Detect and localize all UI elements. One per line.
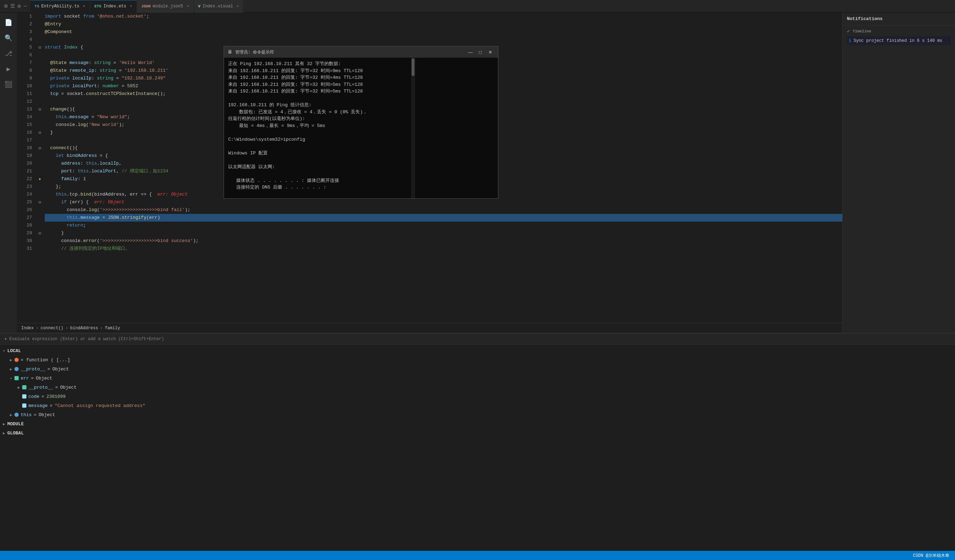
breadcrumb-index[interactable]: Index bbox=[21, 326, 34, 331]
err-key: err bbox=[21, 376, 29, 381]
debug-row-err[interactable]: ▾ err = Object bbox=[0, 374, 955, 383]
tab-bar-icons: ⊞ ☰ ⚙ — bbox=[2, 3, 30, 9]
gutter-18[interactable]: ⊟ bbox=[36, 144, 43, 152]
breadcrumb-connect[interactable]: connect() bbox=[41, 326, 63, 331]
err-proto-val: Object bbox=[60, 385, 77, 390]
debug-row-proto1[interactable]: ▶ __proto__ = Object bbox=[0, 364, 955, 374]
this-expand[interactable]: ▶ bbox=[10, 413, 13, 417]
notifications-title: Notifications bbox=[847, 16, 883, 22]
tab-icon-ts: TS bbox=[34, 4, 39, 8]
tab-module-label: module.json5 bbox=[153, 4, 183, 9]
tab-entry[interactable]: TS EntryAbility.ts × bbox=[30, 0, 89, 12]
cmd-line-4: 来自 192.168.10.211 的回复: 字节=32 时间=5ms TTL=… bbox=[228, 81, 407, 88]
code-line-1: import socket from '@ohos.net.socket'; bbox=[45, 12, 842, 20]
global-expand-arrow[interactable]: ▶ bbox=[3, 431, 5, 435]
tab-visual-close[interactable]: × bbox=[236, 4, 239, 8]
tab-module-close[interactable]: × bbox=[186, 4, 189, 8]
sidebar-extensions-icon[interactable]: ⬛ bbox=[2, 77, 16, 92]
tab-entry-close[interactable]: × bbox=[83, 4, 85, 8]
tab-visual[interactable]: V Index.visual × bbox=[194, 0, 243, 12]
sidebar-files-icon[interactable]: 📄 bbox=[2, 16, 16, 30]
err-code-val: 2301099 bbox=[47, 394, 66, 399]
debug-row-err-code[interactable]: ▶ code = 2301099 bbox=[0, 392, 955, 401]
cmd-line-18: 媒体状态 . . . . . . . . : 媒体已断开连接 bbox=[228, 177, 407, 184]
debug-row-err-message[interactable]: ▶ message = "Cannot assign requested add… bbox=[0, 401, 955, 410]
breadcrumb: Index › connect() › bindAddress › family bbox=[17, 323, 842, 333]
local-expand-arrow[interactable]: ▾ bbox=[3, 349, 5, 353]
gutter-10 bbox=[36, 82, 43, 90]
debug-section-global[interactable]: ▶ GLOBAL bbox=[0, 429, 955, 438]
debug-row-err-proto[interactable]: ▶ __proto__ = Object bbox=[0, 383, 955, 392]
breadcrumb-bind[interactable]: bindAddress bbox=[70, 326, 98, 331]
gutter-22: ● bbox=[36, 175, 43, 183]
func-expand[interactable]: ▶ bbox=[10, 358, 13, 362]
sidebar-git-icon[interactable]: ⎇ bbox=[2, 47, 16, 61]
this-eq: = bbox=[34, 412, 37, 418]
debug-expand-icon[interactable]: ▾ bbox=[4, 336, 7, 342]
this-val: Object bbox=[39, 412, 55, 418]
tab-visual-label: Index.visual bbox=[202, 4, 233, 9]
func-icon bbox=[14, 358, 19, 362]
sidebar-debug-icon[interactable]: ▶ bbox=[2, 62, 16, 76]
gutter-6 bbox=[36, 51, 43, 59]
tab-bar: ⊞ ☰ ⚙ — TS EntryAbility.ts × ETS Index.e… bbox=[0, 0, 955, 12]
proto1-val: Object bbox=[52, 367, 69, 372]
module-label: MODULE bbox=[8, 421, 24, 427]
code-line-4 bbox=[45, 36, 842, 44]
this-key: this bbox=[21, 412, 32, 418]
cmd-close-button[interactable]: ✕ bbox=[486, 48, 495, 56]
tab-icon-ets: ETS bbox=[94, 4, 102, 8]
cmd-window[interactable]: 🖥 管理员: 命令提示符 — □ ✕ 正在 Ping 192.168.10.21… bbox=[224, 46, 498, 199]
err-msg-icon bbox=[22, 404, 27, 408]
layout-icon[interactable]: ⊞ bbox=[4, 3, 8, 9]
code-line-26: console.log('>>>>>>>>>>>>>>>>>>>>bind fa… bbox=[45, 206, 842, 214]
gutter-16[interactable]: ⊟ bbox=[36, 129, 43, 136]
code-line-29: } bbox=[45, 229, 842, 237]
gutter-13[interactable]: ⊟ bbox=[36, 106, 43, 113]
err-val: Object bbox=[36, 376, 52, 381]
cmd-line-19: 连接特定的 DNS 后缀 . . . . . . . : bbox=[228, 184, 407, 191]
tab-entry-label: EntryAbility.ts bbox=[41, 4, 79, 9]
proto1-expand[interactable]: ▶ bbox=[10, 367, 13, 371]
gutter-5[interactable]: ⊟ bbox=[36, 44, 43, 51]
minus-icon[interactable]: — bbox=[23, 3, 27, 9]
cmd-scrollbar-thumb[interactable] bbox=[412, 58, 415, 76]
tab-index-close[interactable]: × bbox=[130, 4, 132, 8]
gutter-20 bbox=[36, 160, 43, 167]
notification-item-1: ℹ Sync project finished in 6 s 140 ms bbox=[847, 36, 951, 45]
gutter-15 bbox=[36, 121, 43, 129]
code-line-31: // 连接到指定的IP地址和端口。 bbox=[45, 245, 842, 253]
timeline-label: Timeline bbox=[853, 29, 871, 33]
debug-hint: Evaluate expression (Enter) or add a wat… bbox=[9, 337, 164, 342]
err-expand[interactable]: ▾ bbox=[10, 376, 13, 381]
left-sidebar: 📄 🔍 ⎇ ▶ ⬛ bbox=[0, 12, 17, 333]
gutter-19 bbox=[36, 152, 43, 160]
cmd-scrollbar[interactable] bbox=[411, 58, 415, 198]
debug-vars[interactable]: ▾ LOCAL ▶ = function ( [...] ▶ __proto__… bbox=[0, 345, 955, 551]
cmd-line-7: 192.168.10.211 的 Ping 统计信息: bbox=[228, 101, 407, 109]
gutter-14 bbox=[36, 113, 43, 121]
sidebar-search-icon[interactable]: 🔍 bbox=[2, 31, 16, 45]
cmd-line-1: 正在 Ping 192.168.10.211 其有 32 字节的数据: bbox=[228, 61, 407, 67]
module-expand-arrow[interactable]: ▶ bbox=[3, 422, 5, 426]
gutter-25[interactable]: ⊟ bbox=[36, 198, 43, 206]
breadcrumb-family[interactable]: family bbox=[105, 326, 120, 331]
code-line-27: this.message = JSON.stringify(err) bbox=[45, 214, 842, 222]
info-icon: ℹ bbox=[849, 37, 851, 44]
cmd-line-11 bbox=[228, 129, 407, 136]
tab-module[interactable]: JSON module.json5 × bbox=[137, 0, 193, 12]
debug-section-module[interactable]: ▶ MODULE bbox=[0, 419, 955, 429]
proto1-icon bbox=[14, 367, 19, 371]
debug-row-function[interactable]: ▶ = function ( [...] bbox=[0, 355, 955, 364]
debug-row-this[interactable]: ▶ this = Object bbox=[0, 410, 955, 419]
debug-section-local[interactable]: ▾ LOCAL bbox=[0, 346, 955, 355]
cmd-maximize-button[interactable]: □ bbox=[476, 48, 485, 56]
gutter-29[interactable]: ⊟ bbox=[36, 229, 43, 237]
err-proto-expand[interactable]: ▶ bbox=[17, 385, 20, 390]
breadcrumb-sep3: › bbox=[100, 326, 102, 331]
cmd-minimize-button[interactable]: — bbox=[466, 48, 475, 56]
settings-icon[interactable]: ⚙ bbox=[17, 3, 21, 9]
tab-index[interactable]: ETS Index.ets × bbox=[90, 0, 136, 12]
list-icon[interactable]: ☰ bbox=[10, 3, 15, 9]
err-icon bbox=[14, 376, 19, 380]
